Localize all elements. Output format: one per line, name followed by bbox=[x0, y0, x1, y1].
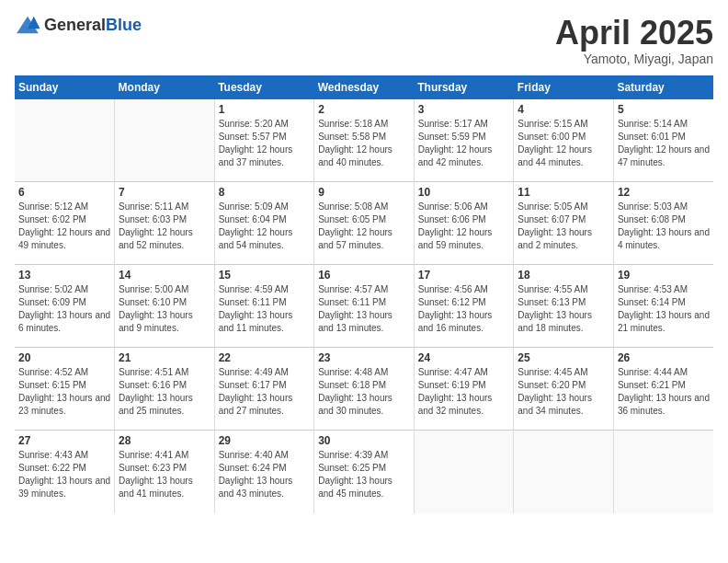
calendar-cell: 27Sunrise: 4:43 AM Sunset: 6:22 PM Dayli… bbox=[15, 431, 115, 513]
day-number: 15 bbox=[219, 269, 311, 282]
calendar-cell: 9Sunrise: 5:08 AM Sunset: 6:05 PM Daylig… bbox=[314, 182, 415, 265]
day-number: 6 bbox=[18, 186, 110, 199]
calendar-header-row: SundayMondayTuesdayWednesdayThursdayFrid… bbox=[15, 75, 713, 99]
logo-text-blue: Blue bbox=[106, 16, 142, 34]
calendar-cell: 13Sunrise: 5:02 AM Sunset: 6:09 PM Dayli… bbox=[15, 265, 115, 348]
day-number: 8 bbox=[219, 186, 311, 199]
logo: GeneralBlue bbox=[15, 15, 142, 35]
calendar-cell: 22Sunrise: 4:49 AM Sunset: 6:17 PM Dayli… bbox=[214, 348, 314, 431]
day-number: 18 bbox=[518, 269, 609, 282]
day-of-week-header: Thursday bbox=[414, 75, 514, 99]
day-number: 1 bbox=[219, 103, 311, 116]
day-info: Sunrise: 5:09 AM Sunset: 6:04 PM Dayligh… bbox=[219, 201, 311, 252]
day-info: Sunrise: 5:06 AM Sunset: 6:06 PM Dayligh… bbox=[418, 201, 510, 252]
day-info: Sunrise: 5:20 AM Sunset: 5:57 PM Dayligh… bbox=[219, 118, 311, 169]
day-number: 11 bbox=[518, 186, 609, 199]
calendar-week-row: 1Sunrise: 5:20 AM Sunset: 5:57 PM Daylig… bbox=[15, 99, 713, 182]
month-title: April 2025 bbox=[555, 15, 713, 52]
day-info: Sunrise: 4:49 AM Sunset: 6:17 PM Dayligh… bbox=[219, 366, 311, 418]
title-area: April 2025 Yamoto, Miyagi, Japan bbox=[555, 15, 713, 66]
day-number: 3 bbox=[418, 103, 510, 116]
day-info: Sunrise: 4:48 AM Sunset: 6:18 PM Dayligh… bbox=[318, 366, 410, 418]
day-number: 9 bbox=[318, 186, 410, 199]
day-number: 17 bbox=[418, 269, 510, 282]
day-of-week-header: Tuesday bbox=[214, 75, 314, 99]
day-number: 27 bbox=[18, 434, 110, 447]
day-info: Sunrise: 4:56 AM Sunset: 6:12 PM Dayligh… bbox=[418, 283, 510, 335]
day-number: 12 bbox=[618, 186, 710, 199]
calendar-cell: 11Sunrise: 5:05 AM Sunset: 6:07 PM Dayli… bbox=[514, 182, 614, 265]
calendar-cell: 18Sunrise: 4:55 AM Sunset: 6:13 PM Dayli… bbox=[514, 265, 614, 348]
day-number: 10 bbox=[418, 186, 510, 199]
day-info: Sunrise: 5:03 AM Sunset: 6:08 PM Dayligh… bbox=[618, 201, 710, 252]
day-info: Sunrise: 5:02 AM Sunset: 6:09 PM Dayligh… bbox=[18, 283, 110, 335]
day-info: Sunrise: 5:17 AM Sunset: 5:59 PM Dayligh… bbox=[418, 118, 510, 169]
calendar-week-row: 13Sunrise: 5:02 AM Sunset: 6:09 PM Dayli… bbox=[15, 265, 713, 348]
logo-icon bbox=[15, 15, 40, 35]
calendar-cell: 16Sunrise: 4:57 AM Sunset: 6:11 PM Dayli… bbox=[314, 265, 415, 348]
day-number: 14 bbox=[119, 269, 210, 282]
calendar-cell: 26Sunrise: 4:44 AM Sunset: 6:21 PM Dayli… bbox=[613, 348, 713, 431]
day-info: Sunrise: 5:11 AM Sunset: 6:03 PM Dayligh… bbox=[119, 201, 210, 252]
day-number: 2 bbox=[318, 103, 410, 116]
day-info: Sunrise: 4:59 AM Sunset: 6:11 PM Dayligh… bbox=[219, 283, 311, 335]
calendar-cell: 23Sunrise: 4:48 AM Sunset: 6:18 PM Dayli… bbox=[314, 348, 415, 431]
calendar-cell: 7Sunrise: 5:11 AM Sunset: 6:03 PM Daylig… bbox=[115, 182, 215, 265]
day-info: Sunrise: 5:14 AM Sunset: 6:01 PM Dayligh… bbox=[618, 118, 710, 169]
calendar-cell: 6Sunrise: 5:12 AM Sunset: 6:02 PM Daylig… bbox=[15, 182, 115, 265]
day-number: 23 bbox=[318, 351, 410, 364]
calendar-cell: 4Sunrise: 5:15 AM Sunset: 6:00 PM Daylig… bbox=[514, 99, 614, 182]
calendar-cell: 5Sunrise: 5:14 AM Sunset: 6:01 PM Daylig… bbox=[613, 99, 713, 182]
calendar-cell: 17Sunrise: 4:56 AM Sunset: 6:12 PM Dayli… bbox=[414, 265, 514, 348]
day-of-week-header: Saturday bbox=[613, 75, 713, 99]
day-number: 24 bbox=[418, 351, 510, 364]
calendar-cell bbox=[514, 431, 614, 513]
day-number: 29 bbox=[219, 434, 311, 447]
day-info: Sunrise: 5:12 AM Sunset: 6:02 PM Dayligh… bbox=[18, 201, 110, 252]
day-info: Sunrise: 5:18 AM Sunset: 5:58 PM Dayligh… bbox=[318, 118, 410, 169]
day-info: Sunrise: 4:41 AM Sunset: 6:23 PM Dayligh… bbox=[119, 449, 210, 500]
day-of-week-header: Sunday bbox=[15, 75, 115, 99]
calendar-cell: 25Sunrise: 4:45 AM Sunset: 6:20 PM Dayli… bbox=[514, 348, 614, 431]
day-info: Sunrise: 4:39 AM Sunset: 6:25 PM Dayligh… bbox=[318, 449, 410, 500]
logo-text-general: General bbox=[44, 16, 106, 34]
calendar-cell: 24Sunrise: 4:47 AM Sunset: 6:19 PM Dayli… bbox=[414, 348, 514, 431]
calendar-cell: 29Sunrise: 4:40 AM Sunset: 6:24 PM Dayli… bbox=[214, 431, 314, 513]
day-info: Sunrise: 5:08 AM Sunset: 6:05 PM Dayligh… bbox=[318, 201, 410, 252]
calendar-cell: 28Sunrise: 4:41 AM Sunset: 6:23 PM Dayli… bbox=[115, 431, 215, 513]
day-info: Sunrise: 4:52 AM Sunset: 6:15 PM Dayligh… bbox=[18, 366, 110, 418]
day-info: Sunrise: 4:51 AM Sunset: 6:16 PM Dayligh… bbox=[119, 366, 210, 418]
day-number: 7 bbox=[119, 186, 210, 199]
day-number: 30 bbox=[318, 434, 410, 447]
calendar-week-row: 6Sunrise: 5:12 AM Sunset: 6:02 PM Daylig… bbox=[15, 182, 713, 265]
day-number: 25 bbox=[518, 351, 609, 364]
day-number: 28 bbox=[119, 434, 210, 447]
calendar-cell: 8Sunrise: 5:09 AM Sunset: 6:04 PM Daylig… bbox=[214, 182, 314, 265]
day-info: Sunrise: 4:47 AM Sunset: 6:19 PM Dayligh… bbox=[418, 366, 510, 418]
day-info: Sunrise: 5:05 AM Sunset: 6:07 PM Dayligh… bbox=[518, 201, 609, 252]
calendar-table: SundayMondayTuesdayWednesdayThursdayFrid… bbox=[15, 75, 713, 513]
day-number: 16 bbox=[318, 269, 410, 282]
calendar-cell: 1Sunrise: 5:20 AM Sunset: 5:57 PM Daylig… bbox=[214, 99, 314, 182]
day-info: Sunrise: 4:55 AM Sunset: 6:13 PM Dayligh… bbox=[518, 283, 609, 335]
calendar-cell: 10Sunrise: 5:06 AM Sunset: 6:06 PM Dayli… bbox=[414, 182, 514, 265]
day-info: Sunrise: 4:57 AM Sunset: 6:11 PM Dayligh… bbox=[318, 283, 410, 335]
day-number: 26 bbox=[618, 351, 710, 364]
day-number: 20 bbox=[18, 351, 110, 364]
calendar-cell: 30Sunrise: 4:39 AM Sunset: 6:25 PM Dayli… bbox=[314, 431, 415, 513]
calendar-week-row: 27Sunrise: 4:43 AM Sunset: 6:22 PM Dayli… bbox=[15, 431, 713, 513]
day-of-week-header: Monday bbox=[115, 75, 215, 99]
day-number: 5 bbox=[618, 103, 710, 116]
calendar-cell: 14Sunrise: 5:00 AM Sunset: 6:10 PM Dayli… bbox=[115, 265, 215, 348]
day-info: Sunrise: 4:43 AM Sunset: 6:22 PM Dayligh… bbox=[18, 449, 110, 500]
calendar-cell: 19Sunrise: 4:53 AM Sunset: 6:14 PM Dayli… bbox=[613, 265, 713, 348]
header: GeneralBlue April 2025 Yamoto, Miyagi, J… bbox=[15, 15, 713, 66]
day-info: Sunrise: 4:45 AM Sunset: 6:20 PM Dayligh… bbox=[518, 366, 609, 418]
calendar-cell bbox=[414, 431, 514, 513]
day-number: 22 bbox=[219, 351, 311, 364]
calendar-cell bbox=[15, 99, 115, 182]
day-info: Sunrise: 4:44 AM Sunset: 6:21 PM Dayligh… bbox=[618, 366, 710, 418]
day-info: Sunrise: 5:00 AM Sunset: 6:10 PM Dayligh… bbox=[119, 283, 210, 335]
day-info: Sunrise: 5:15 AM Sunset: 6:00 PM Dayligh… bbox=[518, 118, 609, 169]
calendar-cell: 12Sunrise: 5:03 AM Sunset: 6:08 PM Dayli… bbox=[613, 182, 713, 265]
